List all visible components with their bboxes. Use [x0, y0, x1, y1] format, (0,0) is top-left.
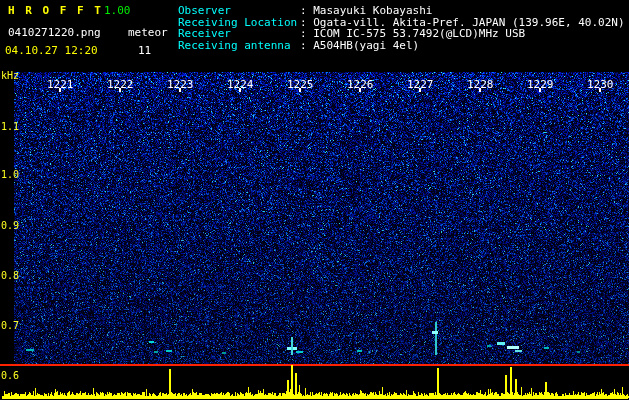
- y-axis-tick-label-0.7: 0.7: [1, 321, 19, 331]
- time-label-1229: 1229: [527, 79, 554, 90]
- time-label-1230: 1230: [587, 79, 614, 90]
- app-version: 1.00: [104, 5, 131, 16]
- info-value: Masayuki Kobayashi: [313, 5, 432, 17]
- y-axis-tick-label-1.0: 1.0: [1, 170, 19, 180]
- meteor-counter-value: 11: [138, 45, 151, 56]
- hrofft-window: H R O F F T 1.00 0410271220.png 04.10.27…: [0, 0, 629, 400]
- y-axis-tick-label-0.9: 0.9: [1, 221, 19, 231]
- y-axis-unit-label: kHz: [1, 71, 19, 81]
- info-row-observer: Observer : Masayuki Kobayashi: [178, 5, 626, 17]
- receiver-info-block: Observer : Masayuki Kobayashi Receiving …: [178, 5, 626, 51]
- info-row-antenna: Receiving antenna : A504HB(yagi 4el): [178, 40, 626, 52]
- info-separator: :: [300, 40, 313, 52]
- time-label-1227: 1227: [407, 79, 434, 90]
- observation-datetime: 04.10.27 12:20: [5, 45, 98, 56]
- info-label: Observer: [178, 5, 300, 17]
- info-value: A504HB(yagi 4el): [313, 40, 419, 52]
- time-label-1226: 1226: [347, 79, 374, 90]
- time-label-1228: 1228: [467, 79, 494, 90]
- time-label-1225: 1225: [287, 79, 314, 90]
- y-axis-tick-label-1.1: 1.1: [1, 122, 19, 132]
- time-label-1222: 1222: [107, 79, 134, 90]
- y-axis-tick-label-0.8: 0.8: [1, 271, 19, 281]
- time-label-1224: 1224: [227, 79, 254, 90]
- y-axis-tick-label-0.6: 0.6: [1, 371, 19, 381]
- info-label: Receiving antenna: [178, 40, 300, 52]
- spectrogram-canvas: [0, 0, 629, 400]
- info-separator: :: [300, 5, 313, 17]
- time-label-1223: 1223: [167, 79, 194, 90]
- meteor-counter-label: meteor: [128, 27, 168, 38]
- output-filename: 0410271220.png: [8, 27, 101, 38]
- app-title: H R O F F T: [8, 5, 103, 16]
- time-label-1221: 1221: [47, 79, 74, 90]
